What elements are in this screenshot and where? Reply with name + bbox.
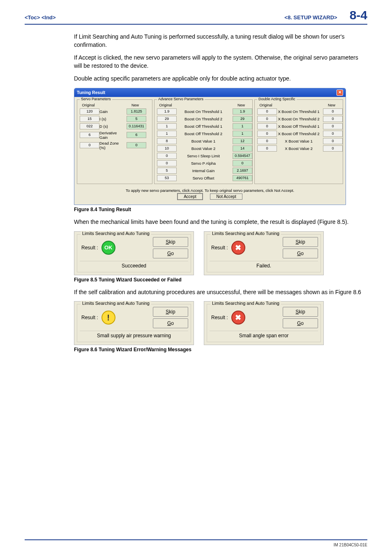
deriv-label: Derivative Gain <box>99 131 124 140</box>
error-icon: ✖ <box>231 311 245 325</box>
i-orig: 15 <box>80 116 99 122</box>
dbl-orig: 0 <box>257 123 277 129</box>
adv-label: Boost Value 1 <box>177 139 230 143</box>
status-message: Succeeded <box>80 261 188 269</box>
figure-caption: Figure 8.6 Tuning Wizard Error/Warning M… <box>74 347 367 352</box>
paragraph: When the mechanical limits have been fou… <box>74 218 367 226</box>
dbl-new: 0 <box>323 116 343 122</box>
ok-icon: OK <box>101 241 115 255</box>
header-toc-ind[interactable]: <Toc> <Ind> <box>25 14 56 21</box>
d-orig: 022 <box>80 123 99 129</box>
group-title: Limits Searching and Auto Tuning <box>81 231 151 236</box>
adv-label: Boost On Threshold 1 <box>177 109 230 114</box>
adv-orig: 1 <box>157 131 177 137</box>
group-title: Advance Servo Parameters <box>157 97 205 101</box>
status-message: Failed. <box>210 261 318 269</box>
paragraph: If Limit Searching and Auto Tuning is pe… <box>74 33 367 49</box>
adv-new: 0 <box>233 160 252 166</box>
col-original: Original <box>257 103 274 107</box>
status-message: Small angle span error <box>210 331 318 339</box>
dead-label: Dead Zone (%) <box>99 141 124 150</box>
group-title: Limits Searching and Auto Tuning <box>81 301 151 306</box>
status-message: Small supply air pressure warning <box>80 331 188 339</box>
status-panel-succeeded: Limits Searching and Auto Tuning Result … <box>74 231 194 275</box>
adv-new: 0.594547 <box>233 153 252 159</box>
col-new: New <box>323 103 340 107</box>
adv-label: Boost On Threshold 2 <box>177 117 230 121</box>
dialog-title: Tuning Result <box>77 90 105 95</box>
i-new: 5 <box>127 116 146 122</box>
adv-new: 1 <box>233 123 252 129</box>
adv-orig: 10 <box>157 145 177 152</box>
gain-label: Gain <box>99 109 124 114</box>
deriv-orig: 6 <box>80 132 99 138</box>
gain-orig: 120 <box>80 108 99 115</box>
dbl-label: X Boost Value 2 <box>277 146 321 151</box>
status-panel-warning: Limits Searching and Auto Tuning Result … <box>74 301 194 345</box>
col-original: Original <box>80 103 97 107</box>
accept-button[interactable]: Accept <box>178 193 203 200</box>
adv-new: 12 <box>233 138 252 144</box>
dialog-title-bar: Tuning Result ✕ <box>74 88 346 97</box>
dead-new: 0 <box>127 142 146 148</box>
col-new: New <box>233 103 250 107</box>
adv-new: 29 <box>233 116 252 122</box>
adv-orig: 53 <box>157 175 177 181</box>
status-panel-failed: Limits Searching and Auto Tuning Result … <box>204 231 324 275</box>
dbl-label: X Boost On Threshold 1 <box>277 109 321 114</box>
adv-new: 490761 <box>233 175 252 181</box>
status-panel-error: Limits Searching and Auto Tuning Result … <box>204 301 324 345</box>
i-label: I (s) <box>99 117 124 121</box>
go-button[interactable]: Go <box>153 318 188 328</box>
group-title: Double Acting Specific <box>257 97 297 101</box>
gain-new: 1.8125 <box>127 108 146 115</box>
adv-new: 2.1697 <box>233 168 252 174</box>
dbl-new: 0 <box>323 108 343 115</box>
adv-label: Boost Off Threshold 1 <box>177 124 230 129</box>
dbl-new: 0 <box>323 123 343 129</box>
adv-new: 1 <box>233 131 252 137</box>
result-label: Result : <box>81 315 98 320</box>
figure-caption: Figure 8.4 Tuning Result <box>74 207 367 212</box>
col-original: Original <box>157 103 174 107</box>
go-button[interactable]: Go <box>283 249 318 258</box>
result-label: Result : <box>211 315 228 320</box>
footer-instruction: To apply new servo parameters, click Acc… <box>74 188 346 193</box>
go-button[interactable]: Go <box>283 318 318 328</box>
dbl-label: X Boost Value 1 <box>277 139 321 143</box>
advance-servo-group: Advance Servo Parameters Original New 1.… <box>154 99 253 184</box>
col-new: New <box>127 103 144 107</box>
adv-orig: 8 <box>157 138 177 144</box>
adv-label: Servo I Sleep Limit <box>177 154 230 158</box>
adv-label: Boost Value 2 <box>177 146 230 151</box>
figure-caption: Figure 8.5 Tuning Wizard Succeeded or Fa… <box>74 277 367 283</box>
dbl-orig: 0 <box>257 116 277 122</box>
result-label: Result : <box>81 245 98 251</box>
skip-button[interactable]: Skip <box>153 307 188 317</box>
dbl-orig: 0 <box>257 145 277 152</box>
not-accept-button[interactable]: Not Accept <box>210 193 242 200</box>
result-label: Result : <box>211 245 228 251</box>
skip-button[interactable]: Skip <box>283 237 318 247</box>
adv-new: 1.9 <box>233 108 252 115</box>
dbl-orig: 0 <box>257 131 277 137</box>
adv-new: 14 <box>233 145 252 152</box>
page-header: <Toc> <Ind> <8. SETUP WIZARD> 8-4 <box>25 8 367 25</box>
page-number: 8-4 <box>350 8 367 22</box>
adv-label: Internal Gain <box>177 168 230 173</box>
adv-orig: 0 <box>157 160 177 166</box>
fail-icon: ✖ <box>231 241 245 255</box>
paragraph: Double acting specific parameters are ap… <box>74 75 367 83</box>
paragraph: If Accept is clicked, the new servo para… <box>74 54 367 70</box>
dbl-label: X Boost On Threshold 2 <box>277 117 321 121</box>
tuning-result-dialog: Tuning Result ✕ Servo Parameters Origina… <box>74 88 346 205</box>
go-button[interactable]: Go <box>153 249 188 258</box>
skip-button[interactable]: Skip <box>153 237 188 247</box>
close-icon[interactable]: ✕ <box>337 90 343 96</box>
adv-label: Servo Offset <box>177 176 230 180</box>
adv-orig: 1.9 <box>157 108 177 115</box>
adv-orig: 0 <box>157 153 177 159</box>
skip-button[interactable]: Skip <box>283 307 318 317</box>
page-footer: IM 21B04C50-01E <box>25 539 367 547</box>
warning-icon: ! <box>101 311 115 325</box>
